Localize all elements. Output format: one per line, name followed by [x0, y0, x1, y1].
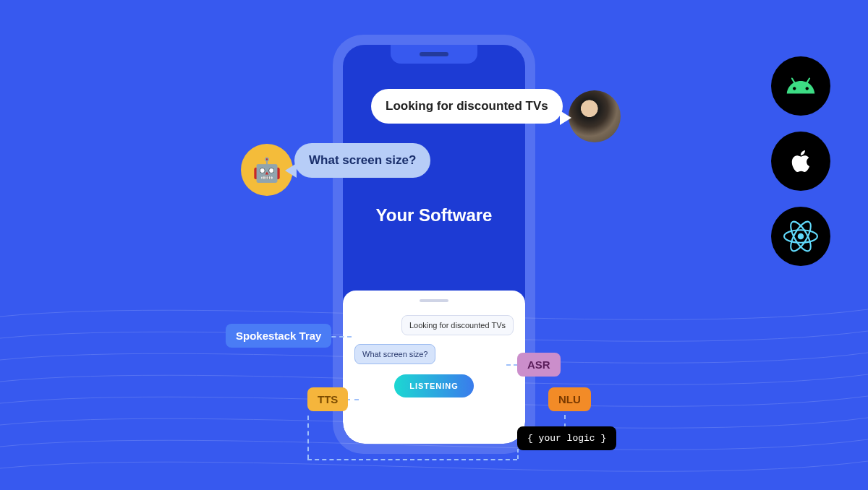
tray-bot-message: What screen size? — [354, 344, 435, 364]
label-your-logic: { your logic } — [517, 426, 616, 450]
platform-icons — [771, 56, 830, 266]
connector-logic-bottom — [307, 459, 517, 460]
svg-point-0 — [798, 233, 804, 240]
android-icon — [771, 56, 830, 116]
connector-asr — [506, 364, 518, 366]
spokestack-tray: Looking for discounted TVs What screen s… — [343, 291, 525, 444]
tray-user-message: Looking for discounted TVs — [401, 315, 514, 335]
robot-icon: 🤖 — [252, 156, 281, 184]
label-tts: TTS — [307, 387, 348, 411]
phone-notch — [391, 45, 477, 64]
listening-button[interactable]: LISTENING — [394, 374, 474, 397]
label-asr: ASR — [517, 353, 561, 377]
user-avatar — [569, 90, 621, 142]
label-nlu: NLU — [548, 387, 591, 411]
chat-bubble-user: Looking for discounted TVs — [371, 89, 563, 124]
phone-app-title: Your Software — [343, 205, 525, 225]
label-spokestack-tray: Spokestack Tray — [226, 324, 331, 348]
connector-logic-right — [517, 449, 519, 459]
chat-bubble-bot: What screen size? — [294, 143, 430, 178]
chat-bubble-user-tail — [560, 111, 571, 125]
apple-icon — [771, 132, 830, 191]
tray-handle[interactable] — [420, 299, 448, 302]
connector-logic-left — [307, 416, 309, 459]
react-icon — [771, 207, 830, 266]
